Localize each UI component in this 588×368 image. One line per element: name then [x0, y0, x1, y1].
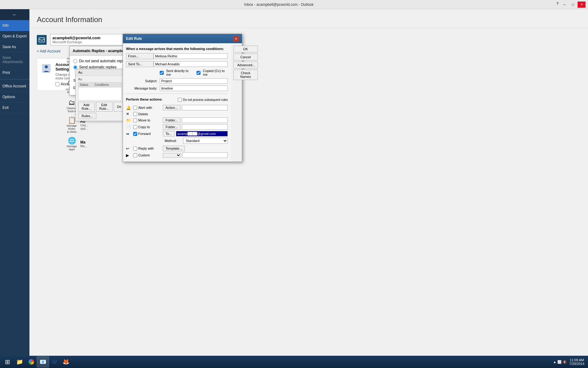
forward-row: ➡ Forward To... — [126, 131, 228, 136]
alert-action-button[interactable]: Action... — [163, 105, 181, 110]
taskbar-firefox[interactable]: 🦊 — [60, 356, 72, 367]
web-access-checkbox[interactable] — [55, 82, 59, 86]
sidebar-item-options[interactable]: Options — [0, 92, 29, 102]
subject-input[interactable] — [160, 78, 228, 84]
sidebar-item-save-attachments: Save Attachments — [0, 52, 29, 67]
from-input[interactable] — [154, 53, 228, 59]
sent-to-button[interactable]: Sent To... — [126, 61, 154, 67]
custom-select[interactable] — [163, 153, 181, 158]
title-bar: Inbox - acampbell@pcworld.com - Outlook … — [0, 0, 588, 9]
sidebar-item-office-account[interactable]: Office Account — [0, 81, 29, 92]
word-icon: W — [52, 359, 57, 365]
do-not-process-label: Do not process subsequent rules — [183, 98, 228, 102]
sidebar-item-print[interactable]: Print — [0, 67, 29, 78]
sidebar-item-save-as[interactable]: Save As — [0, 42, 29, 52]
custom-checkbox[interactable] — [132, 153, 138, 157]
sent-directly-row: Sent directly to me Copied (Cc) to me — [160, 69, 228, 76]
forward-checkbox[interactable] — [132, 132, 138, 136]
move-to-row: 📁 Move to Folder... — [126, 117, 228, 123]
alert-with-row: 🔔 Alert with Action... — [126, 105, 228, 110]
sidebar-item-info[interactable]: Info — [0, 20, 29, 31]
copied-cc-checkbox[interactable] — [197, 71, 200, 75]
title-bar-text: Inbox - acampbell@pcworld.com - Outlook — [2, 2, 555, 7]
firefox-icon: 🦊 — [63, 358, 69, 365]
from-row: From... — [126, 53, 228, 59]
add-account-button[interactable]: + Add Account — [37, 49, 60, 53]
back-button[interactable]: ← — [0, 9, 29, 20]
sent-to-row: Sent To... — [126, 61, 228, 67]
copy-to-checkbox[interactable] — [132, 125, 138, 129]
alert-with-checkbox[interactable] — [132, 106, 138, 110]
chrome-icon — [29, 359, 34, 365]
cancel-button[interactable]: Cancel — [233, 54, 258, 60]
close-button[interactable]: ✕ — [578, 2, 586, 8]
sent-directly-label: Sent directly to me — [166, 69, 192, 76]
system-tray: ▲ ⬜ 🔇 11:09 AM 7/29/2014 — [553, 358, 587, 366]
delete-icon: ✕ — [126, 112, 132, 116]
ok-button[interactable]: OK — [233, 46, 258, 52]
alert-icon: 🔔 — [126, 105, 132, 110]
move-to-folder-button[interactable]: Folder... — [163, 117, 181, 123]
copied-cc-label: Copied (Cc) to me — [203, 69, 228, 76]
forward-to-button[interactable]: To... — [163, 131, 175, 136]
check-names-button[interactable]: Check Names — [233, 70, 258, 80]
edit-rule-title-text: Edit Rule — [126, 36, 142, 41]
custom-label: Custom — [138, 153, 163, 157]
delete-checkbox[interactable] — [132, 112, 138, 116]
message-body-label: Message body: — [126, 86, 160, 90]
outlook-icon: 📧 — [40, 358, 46, 365]
forward-input[interactable] — [176, 131, 228, 136]
start-button[interactable]: ⊞ — [1, 356, 13, 368]
from-button[interactable]: From... — [126, 53, 154, 59]
edit-rule-title-bar: Edit Rule ✕ — [123, 34, 242, 43]
taskbar-word[interactable]: W — [49, 356, 60, 367]
do-not-process-row: Do not process subsequent rules — [178, 98, 228, 102]
account-settings-icon — [41, 62, 52, 75]
advanced-button[interactable]: Advanced... — [233, 62, 258, 68]
edit-rule-button[interactable]: Edit Rule... — [96, 102, 113, 112]
sent-directly-checkbox[interactable] — [160, 71, 164, 75]
alert-with-label: Alert with — [138, 106, 163, 109]
no-auto-radio[interactable] — [73, 59, 77, 63]
method-row: Method: Standard Express — [165, 138, 228, 144]
sidebar-divider — [0, 79, 29, 80]
manage-apps-feature-btn[interactable]: 🌐 Manage Apps — [66, 136, 78, 151]
taskbar-file-explorer[interactable]: 📁 — [13, 356, 26, 367]
maximize-button[interactable]: □ — [569, 2, 577, 8]
taskbar-chrome[interactable] — [26, 356, 37, 367]
reply-with-label: Reply with — [138, 147, 163, 150]
custom-input[interactable] — [182, 152, 228, 158]
back-icon: ← — [12, 12, 17, 17]
sidebar-item-open-export[interactable]: Open & Export — [0, 31, 29, 42]
reply-with-checkbox[interactable] — [132, 147, 138, 151]
move-to-input[interactable] — [182, 117, 228, 123]
minimize-button[interactable]: ─ — [560, 2, 568, 8]
sidebar-item-exit[interactable]: Exit — [0, 102, 29, 113]
rules-table-area: Status Conditions — [78, 82, 122, 101]
clock-date: 7/29/2014 — [569, 362, 584, 366]
edit-rule-content: When a message arrives that meets the fo… — [123, 43, 242, 162]
edit-rule-close-button[interactable]: ✕ — [233, 36, 239, 41]
message-body-input[interactable] — [160, 86, 228, 91]
delete-label: Delete — [138, 112, 163, 116]
sent-to-input[interactable] — [154, 61, 228, 67]
copy-to-folder-button[interactable]: Folder... — [163, 124, 181, 130]
actions-header: Perform these actions: Do not process su… — [126, 96, 228, 103]
help-icon[interactable]: ? — [555, 2, 560, 8]
add-rule-button[interactable]: Add Rule... — [78, 102, 95, 112]
svg-point-2 — [45, 65, 48, 68]
status-col-header: Status — [80, 83, 88, 86]
move-to-checkbox[interactable] — [132, 118, 138, 122]
method-select[interactable]: Standard Express — [183, 138, 228, 144]
copy-to-input[interactable] — [182, 124, 228, 130]
er-divider1 — [126, 94, 228, 94]
conditions-col-header: Conditions — [94, 83, 109, 86]
rules-dialog: Au Au Status Conditions Add Rule... Edit… — [75, 69, 124, 121]
rules-button[interactable]: Rules... — [78, 113, 96, 119]
reply-template-button[interactable]: Template... — [163, 146, 185, 151]
send-auto-radio[interactable] — [73, 65, 77, 69]
taskbar-outlook[interactable]: 📧 — [37, 356, 49, 367]
do-not-process-checkbox[interactable] — [178, 98, 182, 102]
alert-action-input[interactable] — [182, 105, 228, 110]
edit-rule-dialog: Edit Rule ✕ When a message arrives that … — [123, 34, 242, 162]
